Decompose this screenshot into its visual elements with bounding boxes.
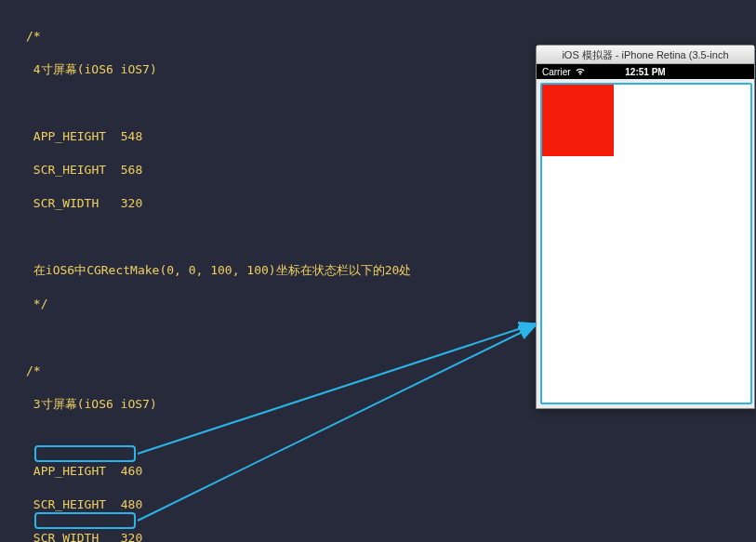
status-time: 12:51 PM	[537, 67, 754, 77]
ios-simulator-window[interactable]: iOS 模拟器 - iPhone Retina (3.5-inch Carrie…	[536, 45, 755, 409]
simulator-titlebar[interactable]: iOS 模拟器 - iPhone Retina (3.5-inch	[537, 46, 754, 64]
code-line: APP_HEIGHT 460	[26, 463, 730, 480]
simulator-viewport[interactable]	[540, 83, 752, 404]
code-line: SCR_WIDTH 320	[26, 530, 730, 542]
code-line: SCR_HEIGHT 480	[26, 496, 730, 513]
code-line: /*	[26, 28, 730, 45]
code-line	[26, 430, 730, 446]
simulator-statusbar: Carrier 12:51 PM	[537, 64, 754, 79]
red-view	[542, 85, 614, 156]
